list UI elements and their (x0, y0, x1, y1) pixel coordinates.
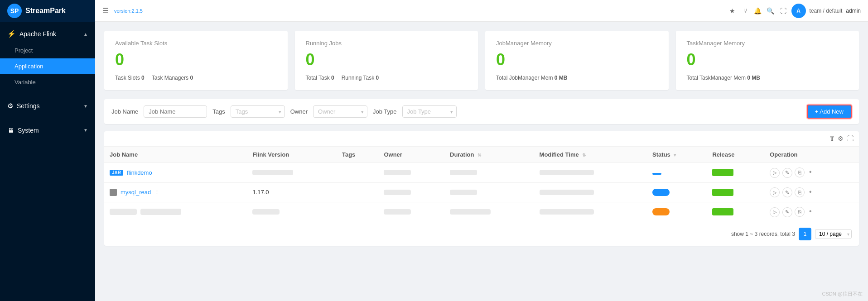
fork-icon[interactable]: ⑂ (741, 6, 750, 15)
job-name-link-2[interactable]: mysql_read (121, 189, 151, 196)
search-icon[interactable]: 🔍 (766, 6, 775, 15)
job-name-link-1[interactable]: flinkdemo (127, 169, 152, 176)
th-duration[interactable]: Duration ⇅ (444, 147, 534, 163)
op-copy-icon-2[interactable]: ⎘ (795, 187, 805, 197)
sidebar-group-settings[interactable]: ⚙ Settings ▼ (0, 97, 95, 115)
fullscreen-table-icon[interactable]: ⛶ (847, 135, 854, 143)
sidebar-item-application[interactable]: Application (0, 58, 95, 74)
page-content: Available Task Slots 0 Task Slots 0 Task… (95, 22, 868, 301)
td-tags-2 (337, 182, 379, 202)
blurred-owner-2 (384, 190, 411, 195)
blurred-duration-2 (450, 190, 477, 195)
job-table: Job Name Flink Version Tags Owner Durati… (104, 147, 859, 222)
blurred-duration-3 (450, 209, 491, 215)
topbar-left: ☰ version:2.1.5 (102, 6, 143, 15)
td-tags-1 (337, 163, 379, 183)
flink-icon: ⚡ (7, 30, 16, 38)
github-star-icon[interactable]: ★ (728, 6, 737, 15)
td-owner-2 (378, 182, 444, 202)
add-new-button[interactable]: + Add New (807, 105, 852, 119)
sidebar-item-application-label: Application (14, 63, 43, 70)
op-edit-icon-2[interactable]: ✎ (782, 187, 792, 197)
modified-time-sort-icon: ⇅ (582, 153, 586, 158)
stat-total-task-val: 0 (331, 75, 334, 81)
column-settings-text-icon[interactable]: 𝐓 (830, 135, 834, 143)
stat-value-jobmanager-memory: 0 (496, 50, 658, 69)
blurred-modified-time-1 (540, 170, 594, 175)
blurred-job-name-3 (140, 209, 181, 215)
chevron-down-icon: ▼ (83, 104, 88, 109)
menu-toggle-icon[interactable]: ☰ (102, 6, 109, 15)
th-job-name: Job Name (104, 147, 247, 163)
td-modified-time-3 (534, 202, 647, 222)
op-more-icon-1[interactable]: • (807, 168, 814, 176)
blurred-flink-version-1 (252, 170, 293, 175)
td-operation-1: ▷ ✎ ⎘ • (764, 163, 859, 183)
op-start-icon-2[interactable]: ▷ (770, 187, 780, 197)
job-type-select[interactable]: Job Type (402, 105, 457, 118)
avatar[interactable]: A (791, 4, 806, 18)
td-flink-version-1 (247, 163, 337, 183)
stat-value-task-slots: 0 (115, 50, 277, 69)
stat-task-managers: Task Managers 0 (152, 75, 193, 81)
main-content: ☰ version:2.1.5 ★ ⑂ 🔔 🔍 ⛶ A team / defau… (95, 0, 868, 301)
th-status[interactable]: Status ▾ (647, 147, 707, 163)
sidebar-item-variable[interactable]: Variable (0, 74, 95, 90)
op-copy-icon-3[interactable]: ⎘ (795, 207, 805, 217)
op-start-icon-3[interactable]: ▷ (770, 207, 780, 217)
user-label: admin (846, 8, 861, 14)
stat-footer-task-slots: Task Slots 0 Task Managers 0 (115, 75, 277, 81)
team-label: team / default (810, 8, 843, 14)
pagination-show-text: show 1 ~ 3 records, total 3 (731, 231, 795, 237)
table-head: Job Name Flink Version Tags Owner Durati… (104, 147, 859, 163)
op-copy-icon-1[interactable]: ⎘ (795, 167, 805, 177)
owner-select[interactable]: Owner (313, 105, 367, 118)
op-more-icon-2[interactable]: • (807, 188, 814, 196)
page-size-select[interactable]: 10 / page 20 / page 50 / page (815, 229, 852, 239)
owner-select-wrap: Owner (313, 105, 367, 118)
td-tags-3 (337, 202, 379, 222)
stat-total-tm-mem: Total TaskManager Mem 0 MB (687, 75, 761, 81)
notification-icon[interactable]: 🔔 (753, 6, 762, 15)
sidebar: SP StreamPark ⚡ Apache Flink ▲ Project A… (0, 0, 95, 301)
td-release-3 (707, 202, 764, 222)
filter-bar: Job Name Tags Tags Owner Owner Job Type … (104, 99, 859, 124)
release-badge-3 (712, 208, 733, 215)
sidebar-logo: SP StreamPark (0, 0, 95, 22)
chevron-up-icon: ▲ (83, 32, 88, 37)
op-start-icon-1[interactable]: ▷ (770, 168, 780, 178)
op-edit-icon-3[interactable]: ✎ (782, 207, 792, 217)
logo-icon: SP (7, 4, 22, 18)
tags-select[interactable]: Tags (231, 105, 285, 118)
blurred-modified-time-3 (540, 209, 594, 215)
job-table-container: 𝐓 ⚙ ⛶ Job Name Flink Version Tags Owner … (104, 131, 859, 246)
sidebar-group-apache-flink[interactable]: ⚡ Apache Flink ▲ (0, 25, 95, 43)
th-tags: Tags (337, 147, 379, 163)
job-type-tag-jar-1: JAR (110, 170, 123, 176)
page-btn-1[interactable]: 1 (799, 228, 811, 240)
stat-total-tm-mem-val: 0 MB (747, 75, 760, 81)
blurred-owner-3 (384, 209, 411, 215)
sidebar-group-system[interactable]: 🖥 System ▼ (0, 122, 95, 139)
stat-task-managers-val: 0 (190, 75, 193, 81)
op-more-icon-3[interactable]: • (807, 207, 814, 215)
td-job-name-2: mysql_read ⋮ (104, 182, 247, 202)
job-name-input[interactable] (144, 105, 207, 118)
fullscreen-icon[interactable]: ⛶ (779, 6, 788, 15)
status-badge-2 (652, 189, 670, 196)
op-edit-icon-1[interactable]: ✎ (782, 168, 792, 178)
stat-label-running-jobs: Running Jobs (306, 40, 468, 47)
column-settings-gear-icon[interactable]: ⚙ (838, 135, 844, 143)
td-status-2 (647, 182, 707, 202)
td-release-1 (707, 163, 764, 183)
topbar: ☰ version:2.1.5 ★ ⑂ 🔔 🔍 ⛶ A team / defau… (95, 0, 868, 22)
sidebar-item-project[interactable]: Project (0, 43, 95, 58)
stat-footer-jobmanager-memory: Total JobManager Mem 0 MB (496, 75, 658, 81)
td-flink-version-3 (247, 202, 337, 222)
sidebar-item-variable-label: Variable (14, 79, 36, 86)
stat-footer-taskmanager-memory: Total TaskManager Mem 0 MB (687, 75, 849, 81)
release-badge-2 (712, 189, 733, 196)
stat-card-task-slots: Available Task Slots 0 Task Slots 0 Task… (104, 31, 288, 90)
th-modified-time[interactable]: Modified Time ⇅ (534, 147, 647, 163)
stat-value-taskmanager-memory: 0 (687, 50, 849, 69)
